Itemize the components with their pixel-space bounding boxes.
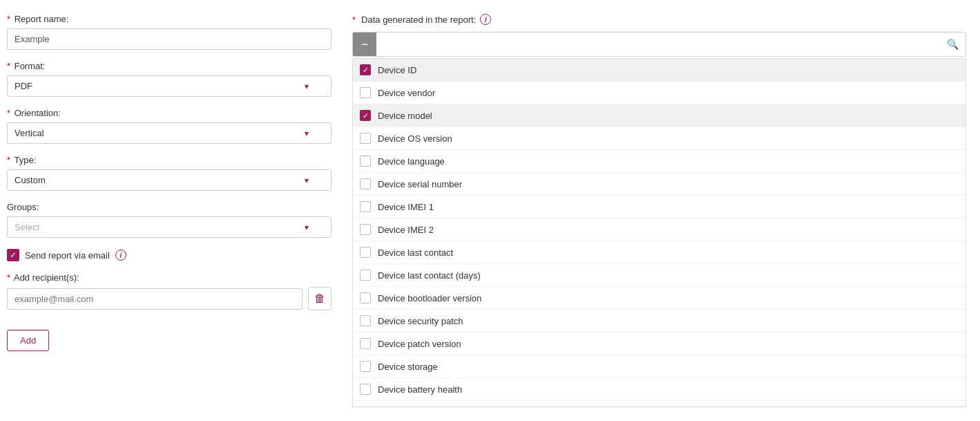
item-checkbox-device-vendor[interactable] xyxy=(360,87,371,98)
items-list: Device IDDevice vendorDevice modelDevice… xyxy=(352,58,966,407)
list-item[interactable]: Device security patch xyxy=(353,310,965,333)
list-item[interactable]: Device language xyxy=(353,150,965,173)
trash-icon: 🗑 xyxy=(314,292,325,305)
report-name-input[interactable] xyxy=(7,28,332,50)
item-checkbox-device-additional[interactable] xyxy=(360,406,371,407)
list-item[interactable]: Device OS version xyxy=(353,127,965,150)
item-checkbox-device-patch-version[interactable] xyxy=(360,338,371,349)
data-report-info-icon[interactable]: i xyxy=(480,14,491,25)
item-checkbox-device-serial-number[interactable] xyxy=(360,178,371,189)
email-input[interactable] xyxy=(7,288,302,310)
item-checkbox-device-battery-health[interactable] xyxy=(360,384,371,395)
delete-email-button[interactable]: 🗑 xyxy=(308,287,332,310)
item-label-device-id: Device ID xyxy=(378,65,416,75)
item-checkbox-device-bootloader-version[interactable] xyxy=(360,292,371,303)
list-item[interactable]: Device IMEI 2 xyxy=(353,218,965,241)
minus-icon: − xyxy=(361,38,369,50)
groups-label: Groups: xyxy=(7,202,332,212)
item-label-device-serial-number: Device serial number xyxy=(378,179,462,189)
item-checkbox-device-id[interactable] xyxy=(360,64,371,75)
item-label-device-os-version: Device OS version xyxy=(378,133,452,144)
list-item[interactable]: Device serial number xyxy=(353,173,965,196)
list-item[interactable]: Device additional info xyxy=(353,401,965,407)
list-item[interactable]: Device IMEI 1 xyxy=(353,196,965,218)
item-label-device-patch-version: Device patch version xyxy=(378,339,461,349)
item-checkbox-device-storage[interactable] xyxy=(360,361,371,372)
item-label-device-battery-health: Device battery health xyxy=(378,384,462,395)
data-report-header: * Data generated in the report: i xyxy=(352,14,966,25)
item-checkbox-device-last-contact[interactable] xyxy=(360,247,371,258)
list-item[interactable]: Device model xyxy=(353,104,965,127)
item-label-device-model: Device model xyxy=(378,111,432,121)
item-label-device-vendor: Device vendor xyxy=(378,88,435,98)
send-email-info-icon[interactable]: i xyxy=(115,250,126,261)
format-chevron-icon: ▾ xyxy=(305,82,309,91)
list-item[interactable]: Device bootloader version xyxy=(353,287,965,310)
send-email-checkbox[interactable] xyxy=(7,249,19,261)
list-item[interactable]: Device vendor xyxy=(353,82,965,104)
item-label-device-security-patch: Device security patch xyxy=(378,316,463,326)
type-chevron-icon: ▾ xyxy=(305,176,309,185)
minus-button[interactable]: − xyxy=(353,32,376,56)
list-item[interactable]: Device storage xyxy=(353,355,965,378)
list-item[interactable]: Device last contact xyxy=(353,241,965,264)
item-label-device-storage: Device storage xyxy=(378,362,438,372)
add-recipient-label: * Add recipient(s): xyxy=(7,272,332,283)
item-checkbox-device-last-contact-days[interactable] xyxy=(360,270,371,281)
list-item[interactable]: Device battery health xyxy=(353,378,965,401)
item-checkbox-device-security-patch[interactable] xyxy=(360,315,371,326)
item-checkbox-device-imei-1[interactable] xyxy=(360,201,371,212)
list-item[interactable]: Device patch version xyxy=(353,333,965,355)
list-item[interactable]: Device ID xyxy=(353,59,965,82)
list-item[interactable]: Device last contact (days) xyxy=(353,264,965,287)
item-checkbox-device-language[interactable] xyxy=(360,156,371,167)
item-checkbox-device-imei-2[interactable] xyxy=(360,224,371,235)
search-bar: − 🔍 xyxy=(352,32,966,57)
item-label-device-additional: Device additional info xyxy=(378,407,463,408)
item-label-device-language: Device language xyxy=(378,156,445,167)
item-label-device-last-contact-days: Device last contact (days) xyxy=(378,270,481,281)
format-select[interactable]: PDF ▾ xyxy=(7,75,332,97)
groups-chevron-icon: ▾ xyxy=(305,223,309,232)
search-icon: 🔍 xyxy=(940,39,965,50)
item-label-device-last-contact: Device last contact xyxy=(378,247,453,258)
type-select[interactable]: Custom ▾ xyxy=(7,169,332,191)
groups-select[interactable]: Select ▾ xyxy=(7,216,332,238)
type-label: * Type: xyxy=(7,155,332,165)
item-label-device-imei-2: Device IMEI 2 xyxy=(378,225,434,235)
item-checkbox-device-model[interactable] xyxy=(360,110,371,121)
send-email-label: Send report via email xyxy=(25,250,110,261)
report-name-label: * Report name: xyxy=(7,14,332,24)
item-label-device-imei-1: Device IMEI 1 xyxy=(378,202,434,212)
search-input[interactable] xyxy=(376,35,940,55)
orientation-label: * Orientation: xyxy=(7,108,332,118)
item-checkbox-device-os-version[interactable] xyxy=(360,133,371,144)
orientation-select[interactable]: Vertical ▾ xyxy=(7,122,332,144)
add-button[interactable]: Add xyxy=(7,330,49,351)
orientation-chevron-icon: ▾ xyxy=(305,129,309,138)
format-label: * Format: xyxy=(7,61,332,71)
item-label-device-bootloader-version: Device bootloader version xyxy=(378,293,481,303)
